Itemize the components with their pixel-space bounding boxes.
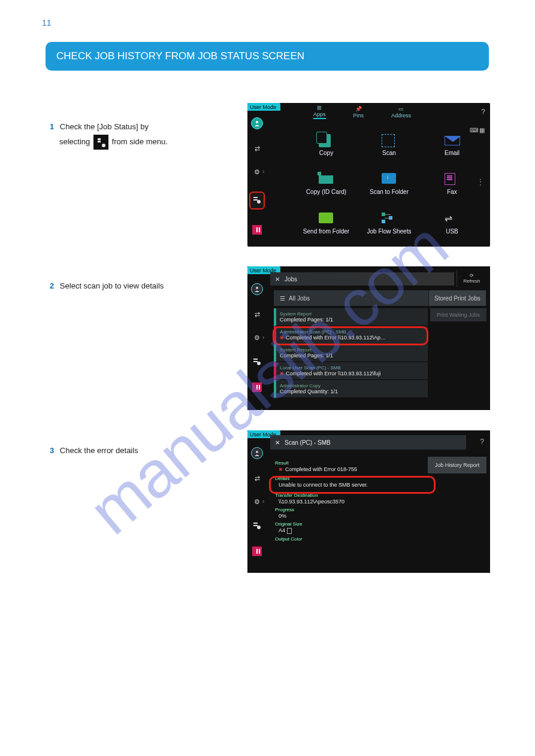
sliders-icon[interactable]: ⇄	[255, 475, 260, 482]
avatar-icon[interactable]	[251, 283, 263, 295]
job-row-status: Completed Pages: 1/1	[280, 317, 424, 323]
detail-header: ✕ Scan (PC) - SMB	[270, 435, 466, 450]
job-row-user: System Report	[280, 311, 424, 317]
page-number: 11	[42, 18, 52, 28]
app-usb[interactable]: ⇌USB	[421, 205, 483, 242]
step-1-number: 1	[50, 122, 54, 131]
settings-icon[interactable]: ⚙	[254, 168, 260, 176]
svg-point-7	[257, 362, 261, 365]
scantofolder-icon	[382, 173, 396, 184]
job-history-report-button[interactable]: Job History Report	[428, 457, 486, 473]
pause-icon[interactable]	[252, 225, 262, 235]
refresh-button[interactable]: ⟳ Refresh	[457, 270, 486, 287]
app-stf-label: Scan to Folder	[370, 189, 409, 195]
app-email[interactable]: Email	[421, 127, 483, 163]
svg-rect-6	[253, 361, 258, 362]
app-usb-label: USB	[446, 228, 458, 235]
sliders-icon[interactable]: ⇄	[255, 311, 260, 318]
detail-title: Scan (PC) - SMB	[285, 439, 331, 446]
destination-label: Transfer Destination	[275, 493, 422, 498]
app-copy-idcard[interactable]: Copy (ID Card)	[295, 166, 357, 202]
job-row[interactable]: System Report Completed Pages: 1/1	[274, 344, 428, 362]
tab-all-jobs[interactable]: ☰ All Jobs	[274, 290, 429, 306]
nav-address-label: Address	[391, 113, 411, 119]
scan-icon	[382, 134, 395, 147]
step-1-part-b: selecting	[59, 137, 90, 146]
close-icon[interactable]: ✕	[275, 276, 280, 283]
close-icon[interactable]: ✕	[275, 439, 280, 446]
progress-label: Progress	[275, 507, 422, 512]
refresh-icon: ⟳	[470, 273, 474, 278]
avatar-icon[interactable]	[251, 447, 263, 459]
pause-icon[interactable]	[252, 546, 262, 556]
job-row-status: Completed Quantity: 1/1	[280, 388, 424, 394]
tab-stored-print-jobs[interactable]: Stored Print Jobs	[429, 290, 486, 306]
jobs-title: Jobs	[285, 276, 297, 283]
job-row-status: Completed Pages: 1/1	[280, 353, 424, 359]
details-value: Unable to connect to the SMB server.	[279, 482, 422, 488]
progress-value: 0%	[279, 513, 422, 519]
step-1-part-c: from side menu.	[112, 137, 168, 146]
app-scan-to-folder[interactable]: Scan to Folder	[358, 166, 420, 202]
detail-body: Result Completed with Error 018-755 Deta…	[273, 457, 424, 569]
result-label: Result	[275, 460, 422, 466]
svg-rect-2	[253, 199, 258, 201]
nav-apps-label: Apps	[313, 111, 326, 117]
svg-rect-5	[253, 359, 258, 360]
sidebar: ⇄ ⚙	[247, 109, 267, 247]
settings-icon[interactable]: ⚙	[254, 334, 260, 342]
job-row[interactable]: Local User Scan (PC) - SMB Completed wit…	[274, 362, 428, 380]
jobstatus-icon[interactable]	[253, 521, 261, 531]
app-idcard-label: Copy (ID Card)	[306, 189, 346, 195]
app-send-from-folder[interactable]: Send from Folder	[295, 205, 357, 242]
job-row-status: Completed with Error \\10.93.93.112\Ap…	[280, 335, 424, 341]
details-label: Details	[275, 476, 422, 481]
outputcolor-label: Output Color	[275, 536, 422, 542]
svg-point-8	[256, 451, 258, 453]
page-orientation-icon	[287, 528, 292, 534]
apps-grid: Copy Scan Email Copy (ID Card) Scan to F…	[295, 127, 483, 242]
folder-icon	[319, 212, 333, 223]
settings-icon[interactable]: ⚙	[254, 498, 260, 506]
help-icon[interactable]: ?	[481, 108, 485, 116]
app-fax-label: Fax	[447, 189, 457, 195]
result-value: Completed with Error 018-755	[279, 466, 422, 472]
originalsize-label: Original Size	[275, 521, 422, 527]
nav-address[interactable]: ▭ Address	[391, 106, 411, 119]
nav-pins[interactable]: 📌 Pins	[353, 106, 364, 119]
step-3-content: Check the error details	[60, 446, 138, 455]
sliders-icon[interactable]: ⇄	[255, 145, 260, 153]
svg-point-4	[256, 287, 258, 289]
job-row[interactable]: Administrator Scan (PC) - SMB Completed …	[274, 326, 428, 344]
help-icon[interactable]: ?	[480, 438, 484, 446]
jobs-list: System Report Completed Pages: 1/1 Admin…	[274, 308, 428, 408]
svg-rect-9	[253, 523, 258, 524]
svg-point-3	[257, 200, 261, 204]
app-copy[interactable]: Copy	[295, 127, 357, 163]
jobstatus-icon[interactable]	[253, 357, 261, 367]
app-fax[interactable]: Fax	[421, 166, 483, 202]
job-row[interactable]: System Report Completed Pages: 1/1	[274, 308, 428, 326]
originalsize-value: A4	[279, 527, 422, 534]
jobstatus-inline-icon	[93, 135, 108, 150]
pause-icon[interactable]	[252, 382, 262, 392]
nav-apps[interactable]: ⊞ Apps	[313, 105, 326, 119]
job-row-status: Completed with Error \\10.93.93.112\fuji	[280, 371, 424, 377]
app-job-flow-sheets[interactable]: Job Flow Sheets	[358, 205, 420, 242]
screenshot-jobs: User Mode ✕ Jobs ⟳ Refresh ☰ All Jobs St…	[247, 266, 490, 410]
apps-icon: ⊞	[317, 105, 322, 111]
jobstatus-icon[interactable]	[249, 192, 265, 210]
app-scan[interactable]: Scan	[358, 127, 420, 163]
tab-print-waiting-jobs[interactable]: Print Waiting Jobs	[430, 308, 486, 321]
app-sff-label: Send from Folder	[303, 228, 349, 235]
app-email-label: Email	[445, 150, 460, 156]
step-2-number: 2	[50, 281, 54, 290]
tab-spj-label: Stored Print Jobs	[434, 295, 480, 302]
tab-alljobs-label: All Jobs	[289, 295, 310, 302]
screenshot-home: User Mode ⊞ Apps 📌 Pins ▭ Address ? ⌨ ▦ …	[247, 103, 490, 247]
flow-icon	[382, 212, 395, 223]
job-row-user: Administrator Copy	[280, 383, 424, 388]
avatar-icon[interactable]	[251, 117, 263, 129]
sidebar: ⇄ ⚙	[247, 275, 267, 410]
job-row[interactable]: Administrator Copy Completed Quantity: 1…	[274, 380, 428, 398]
